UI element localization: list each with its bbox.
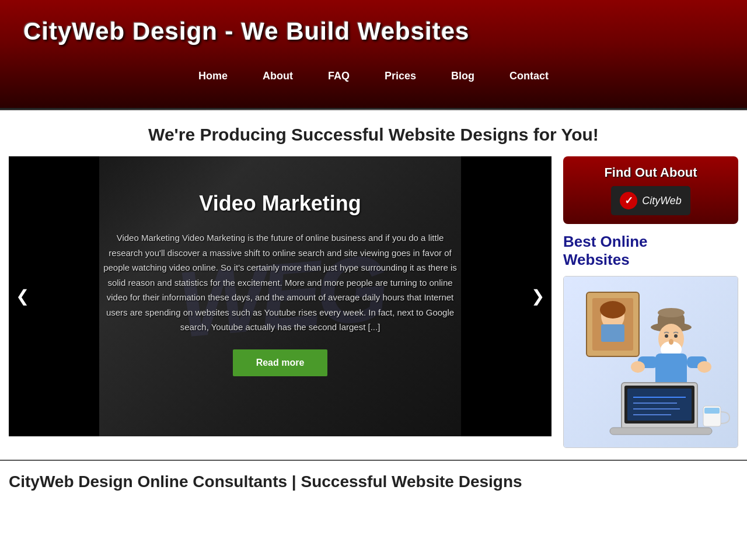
cityweb-logo-box: ✓ CityWeb [611,186,690,215]
site-title: CityWeb Design - We Build Websites [23,12,724,46]
nav-prices[interactable]: Prices [367,63,434,89]
best-websites-heading: Best OnlineWebsites [563,233,738,269]
find-out-text: Find Out About [572,165,729,180]
svg-rect-25 [610,428,712,435]
illustration-svg [569,281,732,444]
svg-rect-27 [704,408,720,414]
page-heading: We're Producing Successful Website Desig… [0,110,747,156]
prev-arrow-icon: ❮ [16,287,29,305]
cityweb-logo-label: CityWeb [642,195,682,207]
nav-home[interactable]: Home [181,63,245,89]
slide-title: Video Marketing [102,191,458,216]
site-header: CityWeb Design - We Build Websites Home … [0,0,747,108]
read-more-button[interactable]: Read more [233,349,328,376]
svg-point-10 [665,334,668,338]
next-arrow-icon: ❯ [531,287,544,305]
nav-blog[interactable]: Blog [434,63,492,89]
sidebar-illustration [563,276,738,448]
nav-about[interactable]: About [245,63,310,89]
svg-rect-20 [627,388,692,421]
slide-body: Video Marketing Video Marketing is the f… [102,230,458,335]
sidebar: Find Out About ✓ CityWeb Best OnlineWebs… [563,156,738,448]
svg-point-17 [697,361,711,373]
svg-rect-4 [601,324,624,342]
content-slider: WEG ❮ ❯ Video Marketing Video Marketing … [9,156,551,436]
slider-prev-button[interactable]: ❮ [9,279,36,313]
nav-faq[interactable]: FAQ [310,63,367,89]
svg-point-16 [631,361,645,373]
main-nav: Home About FAQ Prices Blog Contact [23,63,724,89]
svg-point-7 [658,308,685,317]
main-content: WEG ❮ ❯ Video Marketing Video Marketing … [0,156,747,460]
slide-content: Video Marketing Video Marketing Video Ma… [9,156,551,411]
slider-next-button[interactable]: ❯ [524,279,551,313]
find-out-banner: Find Out About ✓ CityWeb [563,156,738,224]
svg-point-3 [600,301,626,318]
bottom-text: CityWeb Design Online Consultants | Succ… [0,460,747,503]
svg-point-12 [669,339,673,345]
cityweb-check-icon: ✓ [620,192,637,209]
svg-point-11 [674,334,678,338]
illustration-inner [564,276,738,447]
nav-contact[interactable]: Contact [492,63,566,89]
